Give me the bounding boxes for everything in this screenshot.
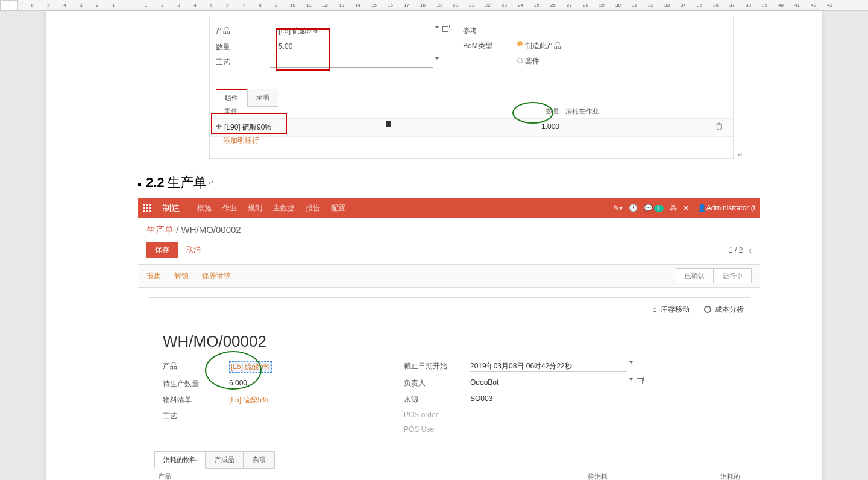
chat-badge: 1 [654, 205, 664, 212]
link-scrap[interactable]: 报废 [146, 271, 161, 281]
pager-text: 1 / 2 [729, 246, 743, 254]
status-steps: 已确认 进行中 [676, 268, 752, 283]
nav-config[interactable]: 配置 [331, 203, 345, 213]
pager: 1 / 2 ‹ [729, 245, 752, 255]
screenshot-mo-form: 制造 概览 作业 规划 主数据 报告 配置 ✎▾ 🕐 💬1 ⁂ ✕ 👤 Admi… [138, 198, 760, 480]
save-button[interactable]: 保存 [146, 242, 178, 258]
link-maint个sto[interactable]: 保养请求 [202, 271, 231, 281]
breadcrumb: 生产单 / WH/MO/00002 [138, 218, 760, 242]
row-deadline: 截止日期开始 2019年03月08日 06时42分22秒 [404, 358, 735, 375]
radio-kit[interactable]: 套件 [517, 56, 539, 66]
label-bom: 物料清单 [163, 395, 229, 405]
screenshot-bom-form: 产品 [L5] 硫酸5% 数量 5.00 工艺 参考 BoM类型 [209, 17, 734, 159]
nav-plan[interactable]: 规划 [248, 203, 262, 213]
top-nav-bar: 制造 概览 作业 规划 主数据 报告 配置 ✎▾ 🕐 💬1 ⁂ ✕ 👤 Admi… [138, 198, 760, 218]
user-menu[interactable]: 👤 Administrator (t [697, 204, 755, 212]
paragraph-mark: ↵ [738, 151, 743, 158]
external-link-icon[interactable] [637, 378, 643, 384]
row-posuser: POS User [404, 422, 735, 437]
nav-report[interactable]: 报告 [306, 203, 320, 213]
table-consumed: 产品 待消耗 消耗的 [L90] 硫酸90% 1.200 1.200 [154, 469, 744, 480]
close-icon[interactable]: ✕ [683, 204, 689, 212]
bug-icon[interactable]: ⁂ [670, 204, 677, 212]
trash-icon[interactable] [716, 121, 722, 128]
dropdown-icon[interactable] [435, 26, 439, 28]
nav-overview[interactable]: 概览 [197, 203, 212, 213]
updown-icon: ↕ [652, 304, 657, 315]
label-ref: 参考 [463, 26, 517, 36]
row-process: 工艺 [216, 55, 457, 70]
status-confirmed[interactable]: 已确认 [676, 268, 714, 283]
label-deadline: 截止日期开始 [404, 361, 470, 372]
apps-icon[interactable] [143, 204, 154, 212]
form-card: ↕ 库存移动 成本分析 WH/MO/00002 产品 [L5] 硫酸5% 待生产… [148, 297, 750, 480]
nav-master[interactable]: 主数据 [273, 203, 295, 213]
label-process: 工艺 [163, 411, 229, 422]
mo-form: 产品 [L5] 硫酸5% 待生产数量 6.000 物料清单 [L5] 硫酸5% … [148, 356, 750, 443]
cost-analysis-button[interactable]: 成本分析 [704, 304, 744, 315]
pager-prev-icon[interactable]: ‹ [749, 245, 752, 255]
annotation-red-box-part [211, 113, 287, 134]
status-bar: 报废 解锁 保养请求 已确认 进行中 [138, 264, 760, 288]
clock-icon[interactable]: 🕐 [629, 204, 638, 212]
label-quantity: 数量 [216, 42, 270, 52]
row-posorder: POS order [404, 408, 735, 422]
circle-icon [704, 306, 711, 313]
input-ref[interactable] [517, 26, 680, 36]
row-product: 产品 [L5] 硫酸5% [163, 358, 404, 376]
radio-manufacture[interactable]: 制造此产品 [517, 41, 561, 51]
th-product: 产品 [158, 472, 535, 480]
table-row[interactable]: ✚ [L90] 硫酸90% 1.000 [210, 118, 733, 137]
nav-work[interactable]: 作业 [222, 203, 237, 213]
dropdown-icon[interactable] [435, 57, 439, 60]
row-product: 产品 [L5] 硫酸5% [216, 24, 457, 40]
stock-move-button[interactable]: ↕ 库存移动 [652, 304, 690, 315]
row-ref: 参考 [463, 24, 716, 39]
table-components: 零件 数量 消耗在作业 ✚ [L90] 硫酸90% 1.000 [210, 104, 733, 137]
th-toconsume: 待消耗 [535, 472, 608, 480]
cell-qty: 1.000 [523, 122, 559, 133]
heading-text: 生产单 [167, 174, 207, 192]
edit-icon[interactable]: ✎▾ [613, 204, 623, 212]
dropdown-icon[interactable] [629, 378, 633, 381]
annotation-red-box-product [276, 28, 330, 71]
row-bom: 物料清单 [L5] 硫酸5% [163, 392, 404, 408]
tab-consumed[interactable]: 消耗的物料 [154, 451, 206, 469]
link-unlock[interactable]: 解锁 [174, 271, 189, 281]
heading-number: 2.2 [146, 175, 165, 191]
action-bar: 保存 取消 1 / 2 ‹ [138, 242, 760, 264]
chat-icon[interactable]: 💬1 [644, 204, 664, 212]
row-owner: 负责人 OdooBot [404, 375, 735, 391]
add-line-link[interactable]: 添加明细行 [223, 136, 259, 146]
breadcrumb-sep: / [176, 224, 181, 235]
annotation-green-circle-qty [512, 102, 553, 124]
value-bom[interactable]: [L5] 硫酸5% [229, 395, 268, 405]
value-deadline[interactable]: 2019年03月08日 06时42分22秒 [470, 361, 627, 372]
th-consume: 消耗在作业 [559, 107, 620, 116]
row-source: 来源 SO003 [404, 391, 735, 408]
th-consumed: 消耗的 [608, 472, 740, 480]
label-source: 来源 [404, 394, 470, 405]
label-product: 产品 [216, 26, 270, 37]
label-process: 工艺 [216, 57, 270, 68]
tab-misc2[interactable]: 杂项 [244, 451, 275, 469]
label-owner: 负责人 [404, 378, 470, 388]
external-link-icon[interactable] [442, 26, 448, 32]
label-bomtype: BoM类型 [463, 41, 517, 51]
table-head: 产品 待消耗 消耗的 [154, 469, 744, 480]
value-owner[interactable]: OdooBot [470, 378, 627, 388]
document-icon [386, 121, 391, 127]
dropdown-icon[interactable] [629, 361, 633, 364]
label-posuser: POS User [404, 425, 470, 434]
cancel-button[interactable]: 取消 [186, 245, 201, 255]
section-heading: 2.2 生产单 ↵ [138, 174, 214, 192]
document-page: 产品 [L5] 硫酸5% 数量 5.00 工艺 参考 BoM类型 [46, 11, 822, 480]
ruler-corner: L [0, 0, 18, 11]
status-inprogress[interactable]: 进行中 [714, 268, 752, 283]
row-kit: 套件 [463, 54, 716, 69]
tab-finished[interactable]: 产成品 [206, 451, 244, 469]
breadcrumb-root[interactable]: 生产单 [146, 224, 174, 235]
app-brand[interactable]: 制造 [162, 203, 180, 214]
row-qty: 待生产数量 6.000 [163, 376, 404, 392]
label-posorder: POS order [404, 411, 470, 419]
